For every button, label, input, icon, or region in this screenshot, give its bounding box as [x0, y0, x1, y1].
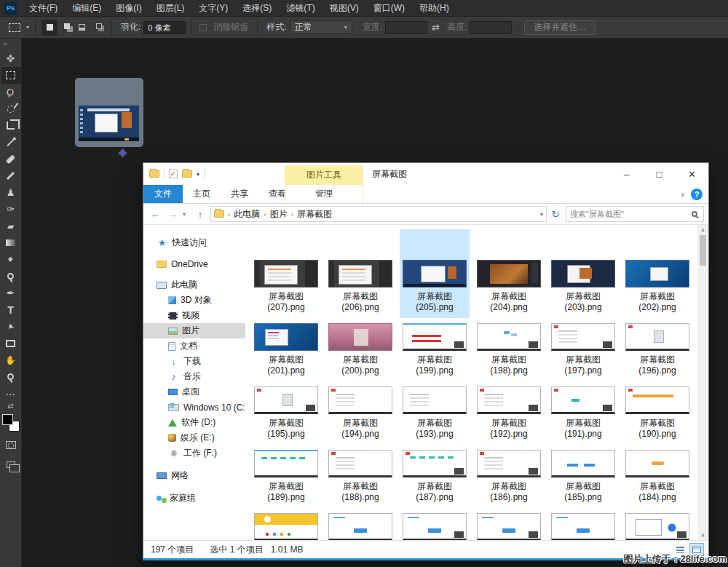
scroll-down-icon[interactable]: ∨	[701, 530, 705, 540]
maximize-button[interactable]: □	[643, 163, 676, 185]
tool-preset-icon[interactable]	[9, 23, 20, 32]
sidebar-item[interactable]: Windows 10 (C:)	[143, 400, 245, 415]
tab-home[interactable]: 主页	[183, 185, 221, 203]
eyedropper-tool-icon[interactable]	[1, 134, 21, 151]
file-thumbnail[interactable]	[328, 386, 392, 414]
refresh-icon[interactable]: ↻	[550, 209, 561, 220]
file-thumbnail[interactable]	[403, 323, 467, 351]
file-thumbnail[interactable]	[551, 513, 615, 540]
file-thumbnail[interactable]	[403, 513, 467, 540]
file-thumbnail[interactable]	[551, 386, 615, 414]
sidebar-item[interactable]: 文档	[143, 338, 245, 354]
move-tool-icon[interactable]	[1, 50, 21, 67]
quick-selection-tool-icon[interactable]	[1, 100, 21, 117]
file-item[interactable]	[472, 508, 546, 540]
file-thumbnail[interactable]	[328, 450, 392, 477]
file-item[interactable]	[397, 508, 472, 540]
sidebar-item[interactable]: 音乐	[143, 369, 245, 384]
file-thumbnail[interactable]	[551, 260, 615, 288]
vertical-scrollbar[interactable]: ∧ ∨	[697, 225, 708, 540]
sidebar-item[interactable]: 下载	[143, 354, 245, 369]
photoshop-menu-item[interactable]: 窗口(W)	[367, 0, 411, 16]
breadcrumb-screenshots[interactable]: 屏幕截图	[297, 208, 332, 221]
file-item[interactable]: 屏幕截图 (198).png	[472, 318, 546, 381]
file-thumbnail[interactable]	[403, 260, 467, 288]
swap-width-height-icon[interactable]: ⇄	[432, 22, 440, 33]
file-item[interactable]	[249, 508, 323, 540]
photoshop-menu-item[interactable]: 视图(V)	[323, 0, 365, 16]
photoshop-menu-item[interactable]: 图层(L)	[150, 0, 191, 16]
eraser-tool-icon[interactable]	[1, 218, 21, 234]
file-item[interactable]: 屏幕截图 (192).png	[472, 381, 546, 445]
properties-check-icon[interactable]: ✓	[169, 170, 178, 178]
clone-stamp-tool-icon[interactable]	[1, 184, 21, 201]
folder-icon[interactable]	[149, 170, 159, 178]
file-thumbnail[interactable]	[477, 323, 541, 351]
blur-tool-icon[interactable]	[1, 251, 21, 268]
file-item[interactable]	[323, 508, 397, 540]
search-box[interactable]	[566, 206, 704, 222]
file-thumbnail[interactable]	[403, 450, 467, 477]
file-thumbnail[interactable]	[254, 323, 318, 351]
intersect-selection-mode-button[interactable]	[90, 20, 106, 36]
file-item[interactable]: 屏幕截图 (202).png	[620, 255, 695, 318]
file-item[interactable]: 屏幕截图 (187).png	[397, 445, 472, 508]
sidebar-item[interactable]: 工作 (F:)	[143, 445, 245, 461]
photoshop-menu-item[interactable]: 滤镜(T)	[280, 0, 321, 16]
file-thumbnail[interactable]	[254, 386, 318, 414]
brush-tool-icon[interactable]	[1, 167, 21, 184]
breadcrumb-pictures[interactable]: 图片	[270, 208, 288, 221]
file-item[interactable]	[546, 508, 620, 540]
file-thumbnail[interactable]	[403, 386, 467, 414]
feather-input[interactable]: 0 像素	[143, 21, 186, 34]
sidebar-item[interactable]: 快速访问	[143, 235, 245, 250]
file-thumbnail[interactable]	[477, 386, 541, 414]
sidebar-item[interactable]: 桌面	[143, 384, 245, 400]
foreground-color-swatch[interactable]	[2, 414, 13, 425]
zoom-tool-icon[interactable]	[1, 368, 21, 385]
sidebar-item[interactable]: 3D 对象	[143, 293, 245, 308]
file-thumbnail[interactable]	[625, 260, 689, 288]
scroll-up-icon[interactable]: ∧	[701, 225, 705, 235]
up-button[interactable]: ↑	[193, 209, 207, 220]
close-button[interactable]: ✕	[676, 163, 708, 185]
file-item[interactable]: 屏幕截图 (185).png	[546, 445, 620, 508]
file-item[interactable]: 屏幕截图 (207).png	[249, 255, 323, 318]
crop-tool-icon[interactable]	[1, 117, 21, 134]
search-icon[interactable]	[692, 211, 697, 217]
file-item[interactable]: 屏幕截图 (186).png	[472, 445, 546, 508]
file-item[interactable]: 屏幕截图 (200).png	[323, 318, 397, 381]
pen-tool-icon[interactable]	[1, 285, 21, 301]
sidebar-item[interactable]: 图片	[143, 323, 245, 338]
file-thumbnail[interactable]	[551, 450, 615, 477]
qat-customize-caret-icon[interactable]: ▾	[197, 171, 199, 178]
sidebar-item[interactable]: 家庭组	[143, 491, 245, 506]
scrollbar-thumb[interactable]	[700, 235, 706, 266]
spot-healing-brush-tool-icon[interactable]	[1, 151, 21, 167]
swap-colors-icon[interactable]: ⇄	[7, 402, 13, 412]
help-icon[interactable]: ?	[691, 189, 703, 200]
file-thumbnail[interactable]	[328, 513, 392, 540]
path-selection-tool-icon[interactable]	[1, 318, 21, 335]
file-thumbnail[interactable]	[477, 450, 541, 477]
style-select[interactable]: 正常▾	[290, 20, 352, 34]
file-thumbnail[interactable]	[551, 323, 615, 351]
search-input[interactable]	[570, 210, 692, 218]
file-item[interactable]: 屏幕截图 (193).png	[397, 381, 472, 445]
new-selection-mode-button[interactable]	[41, 20, 58, 36]
explorer-titlebar[interactable]: ✓ ▾ 图片工具 屏幕截图 – □ ✕	[143, 163, 708, 185]
breadcrumb-this-pc[interactable]: 此电脑	[234, 208, 260, 221]
photoshop-menu-item[interactable]: 帮助(H)	[413, 0, 456, 16]
file-thumbnail[interactable]	[254, 513, 318, 540]
sidebar-item[interactable]: 网络	[143, 468, 245, 483]
history-brush-tool-icon[interactable]	[1, 201, 21, 218]
rectangular-marquee-tool-icon[interactable]	[1, 67, 21, 84]
lasso-tool-icon[interactable]	[1, 84, 21, 100]
file-thumbnail[interactable]	[477, 513, 541, 540]
dodge-tool-icon[interactable]	[1, 268, 21, 285]
file-thumbnail[interactable]	[625, 323, 689, 351]
expand-ribbon-caret-icon[interactable]: ∨	[680, 191, 685, 198]
sidebar-item[interactable]: 视频	[143, 308, 245, 323]
file-item[interactable]: 屏幕截图 (189).png	[249, 445, 323, 508]
add-to-selection-mode-button[interactable]	[58, 20, 74, 36]
